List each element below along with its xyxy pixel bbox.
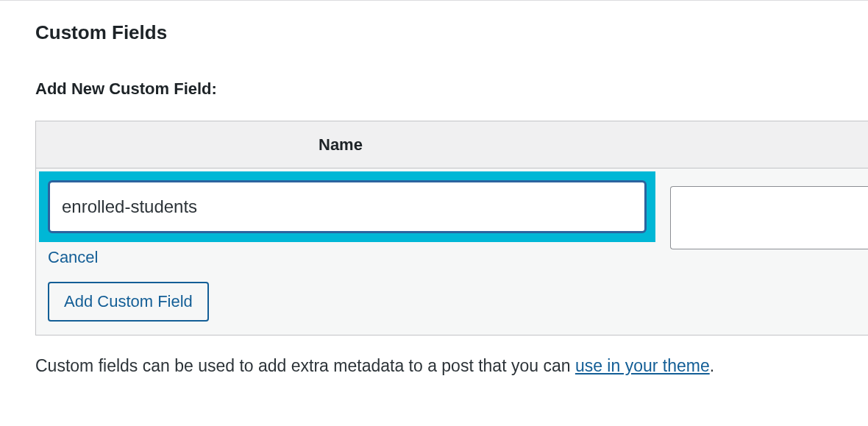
footer-text-suffix: . (710, 356, 714, 375)
column-name-header: Name (319, 135, 363, 155)
panel-body: Cancel Add Custom Field (36, 168, 868, 335)
metabox-title: Custom Fields (35, 21, 868, 44)
use-in-theme-link[interactable]: use in your theme (575, 356, 710, 375)
cancel-link[interactable]: Cancel (48, 248, 98, 267)
panel-header-row: Name (36, 121, 868, 168)
custom-field-name-input[interactable] (48, 180, 647, 233)
footer-help-text: Custom fields can be used to add extra m… (35, 353, 868, 379)
footer-text-prefix: Custom fields can be used to add extra m… (35, 356, 575, 375)
name-input-highlight (39, 171, 655, 242)
add-new-heading: Add New Custom Field: (35, 79, 868, 99)
custom-field-panel: Name Cancel Add Custom Field (35, 121, 868, 336)
custom-field-value-input[interactable] (670, 186, 868, 249)
custom-fields-metabox: Custom Fields Add New Custom Field: Name… (0, 1, 868, 379)
add-custom-field-button[interactable]: Add Custom Field (48, 282, 209, 322)
